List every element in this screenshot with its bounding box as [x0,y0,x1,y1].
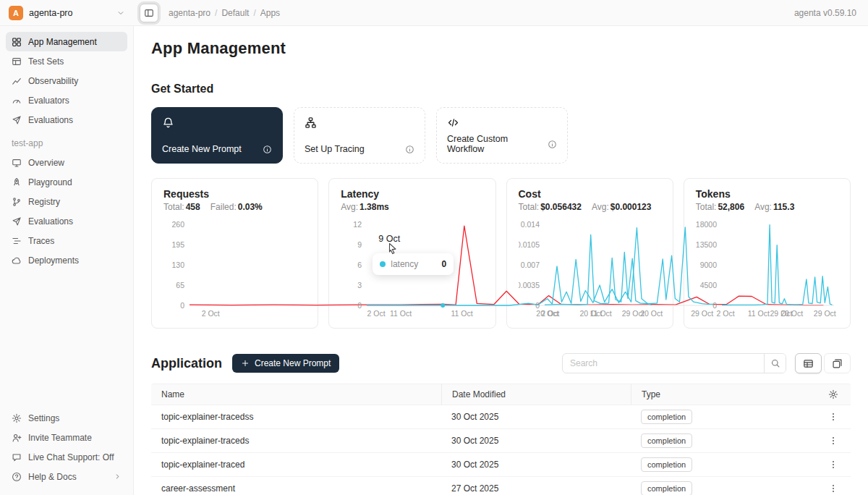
help-icon [12,472,22,482]
app-name: topic-explainer-traced [151,460,441,470]
table-row-topic-explainer-tracedss[interactable]: topic-explainer-tracedss30 Oct 2025compl… [151,405,851,429]
sidebar-item-deployments[interactable]: Deployments [6,250,127,270]
breadcrumb-separator: / [215,8,217,18]
chevron-right-icon [114,473,122,481]
sidebar-item-evaluators[interactable]: Evaluators [6,90,127,110]
sidebar-toggle-button[interactable] [140,4,158,22]
search-input[interactable] [563,354,764,373]
table-header: Name Date Modified Type [151,384,851,405]
get-started-card-set-up-tracing[interactable]: Set Up Tracing [294,107,425,164]
traces-icon [12,236,22,246]
sidebar-item-help-docs[interactable]: Help & Docs [6,467,127,486]
card-view-button[interactable] [824,353,851,373]
breadcrumb-item-default[interactable]: Default [221,8,249,18]
metric-stats: Total:52,806Avg:115.3 [696,202,838,212]
row-menu-button[interactable] [825,456,842,473]
svg-text:2 Oct: 2 Oct [541,309,559,318]
sidebar-item-overview[interactable]: Overview [6,153,127,172]
table-view-icon [803,358,814,369]
sidebar-nav-footer: SettingsInvite TeammateLive Chat Support… [6,408,127,486]
sidebar-item-test-sets[interactable]: Test Sets [6,51,127,71]
sidebar-nav-main: App ManagementTest SetsObservabilityEval… [6,32,127,130]
svg-text:0: 0 [535,301,540,310]
ellipsis-vertical-icon [828,412,838,422]
breadcrumb-item-agenta-pro[interactable]: agenta-pro [169,8,210,18]
sidebar-item-traces[interactable]: Traces [6,231,127,250]
plus-icon [241,359,250,368]
table-icon [12,56,22,67]
info-icon[interactable] [548,140,557,149]
metric-stats: Avg:1.38ms [341,202,483,212]
metric-stat: Total:458 [163,202,200,212]
info-icon[interactable] [263,145,272,154]
metric-stat: Total:$0.056432 [519,202,582,212]
table-row-career-assessment[interactable]: career-assessment27 Oct 2025completion [151,477,851,495]
ellipsis-vertical-icon [828,483,838,494]
row-menu-button[interactable] [825,480,842,495]
sidebar-item-label: Traces [28,236,122,246]
row-actions-cell [816,408,851,426]
metric-title: Cost [519,188,661,200]
branch-icon [12,197,22,207]
app-type: completion [631,433,816,449]
app-type: completion [631,457,816,473]
sidebar-item-playground[interactable]: Playground [6,172,127,192]
metric-stat: Failed:0.03% [210,202,263,212]
row-menu-button[interactable] [825,408,842,426]
svg-text:11 Oct: 11 Oct [747,309,769,318]
apps-table: Name Date Modified Type topic-explainer-… [151,384,851,495]
app-version: agenta v0.59.10 [794,8,868,18]
svg-text:13500: 13500 [696,240,717,249]
svg-text:130: 130 [171,261,184,269]
svg-text:11 Oct: 11 Oct [590,309,611,318]
sidebar-item-evaluations[interactable]: Evaluations [6,211,127,231]
table-settings-button[interactable] [825,386,842,403]
row-menu-button[interactable] [825,432,842,449]
svg-text:18000: 18000 [696,220,717,229]
sidebar-panel-icon [144,8,154,18]
app-date-modified: 27 Oct 2025 [441,483,631,494]
sidebar-item-live-chat-support-off[interactable]: Live Chat Support: Off [6,447,127,467]
search-button[interactable] [764,354,786,373]
metric-title: Tokens [696,188,838,200]
table-view-button[interactable] [795,353,822,373]
type-badge: completion [641,410,692,425]
chart-latency: 0369122 Oct11 Oct20 Oct29 Oct9 Octlatenc… [341,219,483,321]
breadcrumb-item-apps[interactable]: Apps [260,8,280,18]
search-icon [770,358,780,368]
sidebar-item-app-management[interactable]: App Management [6,32,127,51]
svg-text:2 Oct: 2 Oct [367,309,386,318]
table-row-topic-explainer-traceds[interactable]: topic-explainer-traceds30 Oct 2025comple… [151,429,851,453]
metric-stat: Avg:$0.000123 [592,202,652,212]
sidebar-item-invite-teammate[interactable]: Invite Teammate [6,428,127,447]
sidebar-item-label: Invite Teammate [28,433,122,443]
monitor-icon [12,158,22,168]
table-settings-cell [816,384,851,405]
topbar: A agenta-pro agenta-pro/Default/Apps age… [0,0,868,26]
view-toggle [795,353,851,373]
sidebar-item-registry[interactable]: Registry [6,192,127,211]
app-type: completion [631,410,816,425]
workspace-switcher[interactable]: A agenta-pro [0,6,134,20]
table-row-topic-explainer-traced[interactable]: topic-explainer-traced30 Oct 2025complet… [151,453,851,477]
gear-icon [828,389,838,399]
get-started-card-create-new-prompt[interactable]: Create New Prompt [151,107,283,164]
chart-canvas: 00.00350.0070.01050.0142 Oct11 Oct20 Oct… [519,219,720,319]
get-started-title: Get Started [151,82,851,96]
create-new-prompt-button[interactable]: Create New Prompt [232,354,339,373]
app-name: career-assessment [151,483,441,494]
user-plus-icon [12,433,22,443]
sidebar-item-settings[interactable]: Settings [6,408,127,428]
table-toolbar [562,353,851,373]
app-name: topic-explainer-traceds [151,436,441,446]
svg-text:0.014: 0.014 [520,220,539,229]
metric-stats: Total:$0.056432Avg:$0.000123 [519,202,661,212]
sidebar-item-evaluations[interactable]: Evaluations [6,110,127,130]
sidebar-item-label: Overview [28,158,122,168]
ellipsis-vertical-icon [828,436,838,446]
get-started-card-create-custom-workflow[interactable]: Create Custom Workflow [436,107,568,164]
app-name: topic-explainer-tracedss [151,412,441,422]
sidebar-item-observability[interactable]: Observability [6,71,127,90]
info-icon[interactable] [405,145,414,154]
type-badge: completion [641,481,692,495]
